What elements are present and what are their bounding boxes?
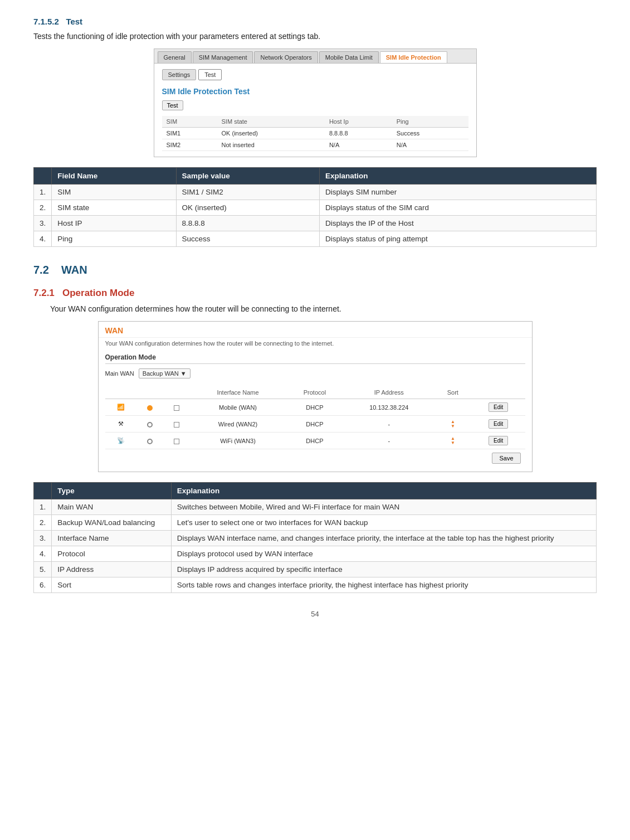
cell-mobile-checkbox[interactable] [163, 399, 191, 416]
sort-arrows-wired[interactable]: ▲ ▼ [451, 420, 455, 429]
table-row-wired: ⚒ Wired (WAN2) DHCP - ▲ [105, 416, 525, 433]
backup-wan-select[interactable]: Backup WAN ▼ [139, 368, 191, 378]
type-main-wan: Main WAN [52, 499, 171, 515]
cell-wifi-radio[interactable] [136, 433, 164, 449]
section-7-1-5-2-heading: 7.1.5.2 Test [33, 17, 597, 26]
radio-wifi[interactable] [147, 439, 153, 444]
cell-wired-radio[interactable] [136, 416, 164, 433]
doc-table-row: 2. Backup WAN/Load balancing Let's user … [34, 515, 597, 531]
cell-wired-edit[interactable]: Edit [472, 416, 525, 433]
explanation-ip-address: Displays IP address acquired by specific… [171, 562, 596, 577]
col-checkbox [163, 386, 191, 399]
cell-wired-protocol: DHCP [285, 416, 344, 433]
doc-header-field-name: Field Name [52, 168, 176, 184]
tab-network-operators[interactable]: Network Operators [254, 51, 318, 63]
sample-host-ip: 8.8.8.8 [176, 216, 320, 231]
tab-mobile-data-limit[interactable]: Mobile Data Limit [319, 51, 379, 63]
cell-sim2-state: Not inserted [217, 139, 325, 151]
wifi-icon: 📡 [117, 437, 125, 444]
cell-mobile-icon: 📶 [105, 399, 136, 416]
page-number: 54 [33, 610, 597, 618]
cell-wifi-sort[interactable]: ▲ ▼ [434, 433, 472, 449]
wired-edit-button[interactable]: Edit [489, 419, 508, 429]
field-name-host-ip: Host IP [52, 216, 176, 231]
row-num-2: 2. [34, 515, 52, 531]
sort-down-icon[interactable]: ▼ [451, 424, 455, 429]
section-7-2-1-number: 7.2.1 [33, 288, 55, 298]
save-row: Save [105, 449, 525, 467]
wan-save-button[interactable]: Save [492, 453, 520, 464]
cell-sim1: SIM1 [162, 128, 217, 139]
cell-mobile-radio[interactable] [136, 399, 164, 416]
type-sort: Sort [52, 577, 171, 593]
cell-wifi-icon: 📡 [105, 433, 136, 449]
cell-sim2: SIM2 [162, 139, 217, 151]
mobile-edit-button[interactable]: Edit [489, 402, 508, 412]
cell-mobile-protocol: DHCP [285, 399, 344, 416]
doc-header-num [34, 168, 52, 184]
mockup-body: Settings Test SIM Idle Protection Test T… [154, 64, 476, 157]
checkbox-mobile[interactable] [174, 405, 179, 411]
test-button[interactable]: Test [162, 100, 183, 110]
row-num-4: 4. [34, 546, 52, 562]
cell-sim1-state: OK (inserted) [217, 128, 325, 139]
tab-sim-management[interactable]: SIM Management [193, 51, 253, 63]
section-7-1-5-2: 7.1.5.2 Test Tests the functioning of id… [33, 17, 597, 247]
cell-wired-checkbox[interactable] [163, 416, 191, 433]
section-number: 7.1.5.2 [33, 17, 59, 26]
cell-mobile-edit[interactable]: Edit [472, 399, 525, 416]
cell-wifi-edit[interactable]: Edit [472, 433, 525, 449]
checkbox-wired[interactable] [174, 422, 179, 428]
sub-tab-bar: Settings Test [162, 69, 468, 80]
radio-mobile[interactable] [147, 405, 153, 411]
sort-down-icon[interactable]: ▼ [451, 441, 455, 445]
doc-table-row: 6. Sort Sorts table rows and changes int… [34, 577, 597, 593]
explanation-sim-state: Displays status of the SIM card [320, 200, 597, 216]
col-sim: SIM [162, 116, 217, 128]
section-7-2-1: 7.2.1 Operation Mode Your WAN configurat… [33, 288, 597, 593]
col-ip-address: IP Address [344, 386, 434, 399]
wifi-edit-button[interactable]: Edit [489, 436, 508, 445]
tab-general[interactable]: General [158, 51, 192, 63]
doc-header-type: Type [52, 483, 171, 499]
doc-header-num [34, 483, 52, 499]
sort-arrows-wifi[interactable]: ▲ ▼ [451, 436, 455, 445]
wan-doc-table: Type Explanation 1. Main WAN Switches be… [33, 482, 597, 593]
cell-wired-sort[interactable]: ▲ ▼ [434, 416, 472, 433]
explanation-protocol: Displays protocol used by WAN interface [171, 546, 596, 562]
section-7-2-title: WAN [61, 264, 87, 276]
col-edit [472, 386, 525, 399]
doc-header-sample-value: Sample value [176, 168, 320, 184]
tab-sim-idle-protection[interactable]: SIM Idle Protection [380, 51, 447, 63]
checkbox-wifi[interactable] [174, 439, 179, 444]
cell-wired-interface: Wired (WAN2) [191, 416, 285, 433]
explanation-sim: Displays SIM number [320, 184, 597, 200]
sub-tab-test[interactable]: Test [198, 69, 222, 80]
explanation-sort: Sorts table rows and changes interface p… [171, 577, 596, 593]
sub-tab-settings[interactable]: Settings [162, 69, 197, 80]
wan-title: WAN [99, 322, 532, 338]
doc-header-explanation: Explanation [171, 483, 596, 499]
doc-table-row: 2. SIM state OK (inserted) Displays stat… [34, 200, 597, 216]
col-icon [105, 386, 136, 399]
table-row: SIM1 OK (inserted) 8.8.8.8 Success [162, 128, 468, 139]
col-radio [136, 386, 164, 399]
operation-mode-label: Operation Mode [105, 353, 525, 364]
section-7-2-heading: 7.2 WAN [33, 264, 597, 276]
sample-ping: Success [176, 231, 320, 247]
mockup-title: SIM Idle Protection Test [162, 87, 468, 96]
explanation-ping: Displays status of ping attempt [320, 231, 597, 247]
cell-mobile-interface: Mobile (WAN) [191, 399, 285, 416]
tab-bar: General SIM Management Network Operators… [154, 49, 476, 64]
cell-wifi-protocol: DHCP [285, 433, 344, 449]
section-description: Tests the functioning of idle protection… [33, 32, 597, 41]
row-num-2: 2. [34, 200, 52, 216]
radio-wired[interactable] [147, 422, 153, 428]
table-row-wifi: 📡 WiFi (WAN3) DHCP - ▲ [105, 433, 525, 449]
field-name-sim-state: SIM state [52, 200, 176, 216]
col-protocol: Protocol [285, 386, 344, 399]
field-name-sim: SIM [52, 184, 176, 200]
col-sort: Sort [434, 386, 472, 399]
cell-wifi-checkbox[interactable] [163, 433, 191, 449]
wan-mockup-description: Your WAN configuration determines how th… [99, 338, 532, 349]
